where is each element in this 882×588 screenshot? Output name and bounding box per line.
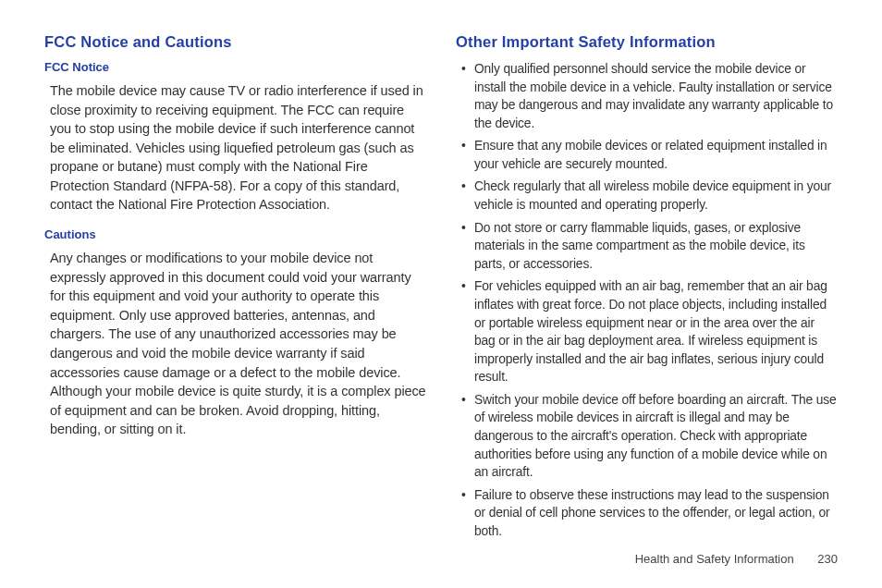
fcc-heading: FCC Notice and Cautions [44, 33, 426, 51]
safety-bullet-list: Only qualified personnel should service … [456, 60, 838, 540]
list-item: Do not store or carry flammable liquids,… [461, 219, 838, 274]
page-footer: Health and Safety Information 230 [635, 552, 838, 566]
footer-section-name: Health and Safety Information [635, 552, 794, 566]
two-column-layout: FCC Notice and Cautions FCC Notice The m… [44, 33, 838, 545]
list-item: Only qualified personnel should service … [461, 60, 838, 132]
fcc-notice-text: The mobile device may cause TV or radio … [44, 81, 426, 214]
list-item: Failure to observe these instructions ma… [461, 486, 838, 541]
list-item: For vehicles equipped with an air bag, r… [461, 277, 838, 386]
page-number: 230 [817, 552, 838, 566]
cautions-subheading: Cautions [44, 227, 426, 241]
left-column: FCC Notice and Cautions FCC Notice The m… [44, 33, 426, 545]
fcc-notice-subheading: FCC Notice [44, 60, 426, 74]
list-item: Ensure that any mobile devices or relate… [461, 137, 838, 173]
list-item: Check regularly that all wireless mobile… [461, 178, 838, 214]
right-column: Other Important Safety Information Only … [456, 33, 838, 545]
safety-heading: Other Important Safety Information [456, 33, 838, 51]
list-item: Switch your mobile device off before boa… [461, 391, 838, 482]
cautions-text: Any changes or modifications to your mob… [44, 249, 426, 439]
